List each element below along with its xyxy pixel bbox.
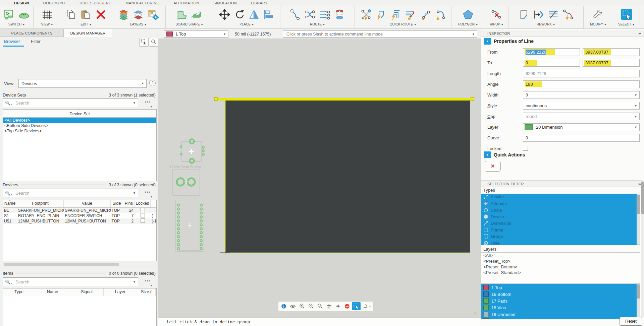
pad[interactable] [177, 227, 180, 230]
devices-column-locked[interactable]: Locked [135, 200, 151, 207]
delete-button[interactable] [95, 8, 107, 21]
toolbar-group-label[interactable]: RIPUP▼ [490, 22, 503, 26]
items-more-button[interactable]: •••▼ [141, 278, 154, 286]
collapse-section-button[interactable]: ▼ [484, 38, 491, 45]
devices-search[interactable]: 🔍▼ ▼ [3, 189, 138, 197]
select-mode-button[interactable] [139, 38, 149, 47]
pad[interactable] [200, 235, 203, 238]
layer-filter-top[interactable]: 1 Top [481, 284, 640, 291]
pcb-board[interactable] [225, 100, 470, 253]
toolbar-group-label[interactable]: REWORK▼ [537, 22, 555, 26]
items-column-name[interactable]: Name [35, 288, 70, 296]
locked-checkbox[interactable] [141, 208, 145, 212]
layer-dropdown[interactable]: 20 Dimension▼ [523, 123, 640, 131]
subtab-filter[interactable]: Filter [31, 39, 41, 44]
subtab-browser[interactable]: Browser [4, 39, 20, 44]
pad[interactable] [200, 219, 203, 222]
layer-preset-row[interactable]: <All> [481, 253, 640, 258]
marquee-select-button[interactable] [352, 302, 361, 310]
move-button[interactable] [218, 8, 231, 21]
devices-column-footprint[interactable]: Footprint [17, 200, 64, 207]
line-handle-to[interactable] [471, 97, 474, 101]
board-spline-button[interactable] [191, 8, 203, 21]
device-set-row[interactable]: <Top Side Devices> [3, 128, 156, 134]
pad[interactable] [200, 203, 203, 206]
align-button[interactable] [263, 8, 275, 21]
items-search[interactable]: 🔍▼ ▼ [3, 277, 138, 286]
angle-field[interactable]: 180 [523, 80, 640, 88]
pad[interactable] [177, 211, 180, 214]
device-row-u1[interactable]: U$112MM_PUSHBUTTON12MM_PUSHBUTTONTOP2(-1 [3, 218, 156, 224]
menu-item-library[interactable]: LIBRARY [251, 1, 268, 5]
from-y-field[interactable]: 3937.00787 [583, 48, 640, 56]
quickroute-pair-button[interactable] [419, 8, 432, 21]
pad[interactable] [180, 145, 182, 148]
cell-locked[interactable] [135, 213, 151, 218]
devices-more-button[interactable]: •••▼ [141, 189, 154, 197]
devices-column-side[interactable]: Side [111, 200, 123, 207]
switch-schematic-button[interactable] [3, 8, 16, 21]
items-column-type[interactable]: ⌃Type [3, 288, 35, 296]
items-table-header[interactable]: ⌃TypeNameSignalLayerSize ( [3, 288, 156, 296]
quickroute-finish-button[interactable] [404, 8, 417, 21]
walkaround-button[interactable] [532, 8, 545, 21]
type-filter-airwire[interactable]: Airwire [481, 194, 640, 200]
devices-hscrollbar[interactable] [3, 262, 156, 266]
scrollbar-thumb[interactable] [4, 263, 119, 266]
layer-setup-button[interactable] [147, 8, 160, 21]
pad[interactable] [200, 211, 203, 214]
device-sets-search[interactable]: 🔍▼ ▼ [3, 99, 138, 107]
quickroute-corner-button[interactable] [375, 8, 387, 21]
toolbar-group-label[interactable]: VIEW▼ [41, 22, 53, 26]
miter-button[interactable] [518, 8, 530, 21]
command-line[interactable]: ▼ [283, 30, 477, 38]
type-filter-circle[interactable]: Circle [481, 207, 640, 213]
type-filter-device[interactable]: Device [481, 213, 640, 220]
tab-design-manager[interactable]: DESIGN MANAGER [64, 29, 112, 37]
help-button[interactable]: ? [149, 80, 156, 86]
polygon-button[interactable] [462, 8, 475, 21]
scrollbar-thumb[interactable] [637, 285, 640, 299]
layer-filter-dimension[interactable]: 20 Dimension [481, 318, 640, 319]
pad[interactable] [177, 243, 180, 246]
pad[interactable] [177, 239, 180, 242]
zoom-selection-button[interactable] [149, 38, 158, 47]
pad[interactable] [200, 231, 203, 234]
board-outline-button[interactable] [176, 8, 189, 21]
items-column-signal[interactable]: Signal [70, 288, 104, 296]
warning-icon[interactable]: ⚠ [473, 311, 477, 317]
pad[interactable] [177, 215, 180, 218]
to-x-field[interactable]: 0 [523, 59, 580, 67]
pad[interactable] [177, 203, 180, 206]
device-row-b1[interactable]: B1SPARKFUN_PRO_MICROSPARKFUN_PRO_MICROTO… [3, 208, 156, 213]
items-column-layer[interactable]: Layer [104, 288, 137, 296]
pad[interactable] [177, 247, 180, 250]
via-stack-button[interactable] [333, 8, 346, 21]
items-search-input[interactable] [15, 279, 133, 285]
curve-field[interactable]: 0 [523, 134, 640, 142]
pad[interactable] [200, 215, 203, 218]
pad[interactable] [177, 235, 180, 238]
pad[interactable] [200, 247, 203, 250]
grid-button[interactable] [325, 302, 333, 310]
quickroute-net-button[interactable] [360, 8, 373, 21]
toolbar-group-label[interactable]: QUICK ROUTE▼ [390, 22, 416, 26]
layers-vscrollbar[interactable] [637, 284, 640, 319]
pad[interactable] [200, 239, 203, 242]
collapse-panel-icon[interactable]: ▸▸ [639, 181, 641, 187]
layer-preset-row[interactable]: <Preset_Standard> [481, 270, 640, 275]
menu-item-rules-drc-erc[interactable]: RULES DRC/ERC [79, 1, 111, 5]
route-swap-button[interactable] [304, 8, 317, 21]
devices-search-input[interactable] [15, 190, 133, 196]
zoom-in-button[interactable] [298, 302, 306, 310]
layer-filter-unrouted[interactable]: 19 Unrouted [481, 311, 640, 318]
copy-button[interactable] [65, 8, 78, 21]
style-dropdown[interactable]: continuous▼ [523, 102, 640, 110]
paste-button[interactable] [80, 8, 93, 21]
route-manual-button[interactable] [289, 8, 302, 21]
pad[interactable] [200, 207, 203, 210]
layer-preset-row[interactable]: <Preset_Bottom> [481, 264, 640, 270]
type-filter-attribute[interactable]: Attribute [481, 200, 640, 207]
type-filter-dimension[interactable]: Dimension [481, 220, 640, 227]
ripup-button[interactable] [490, 8, 503, 21]
